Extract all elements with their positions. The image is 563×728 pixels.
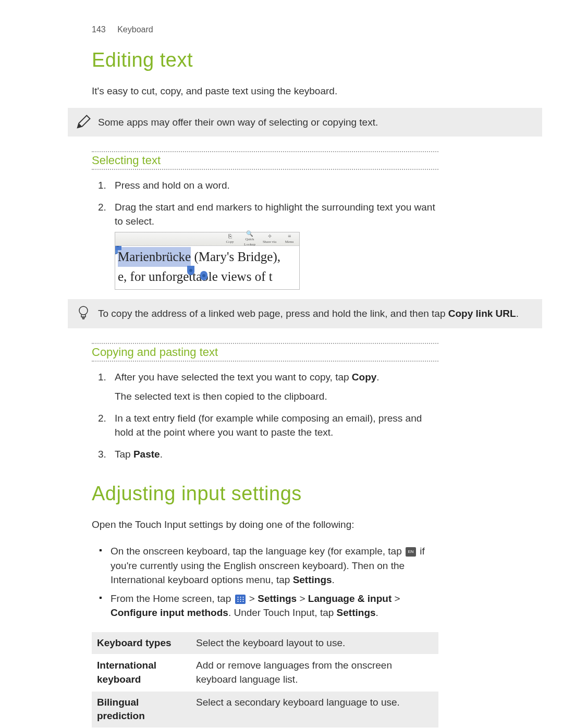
toolbar-copy: ⎘Copy: [220, 232, 240, 245]
bold-label: Settings: [258, 593, 297, 604]
pencil-icon: [74, 114, 93, 134]
selecting-steps: Press and hold on a word. Drag the start…: [92, 173, 436, 290]
bold-label: Settings: [337, 607, 376, 618]
list-item: Press and hold on a word.: [92, 178, 436, 193]
toolbar-share: ✧Share via: [260, 232, 279, 245]
chapter-name: Keyboard: [117, 25, 153, 34]
text-selection-screenshot: ⎘Copy 🔍Quick Lookup ✧Share via ≡Menu Mar…: [115, 232, 300, 290]
bullet-text: >: [247, 593, 258, 604]
setting-label: Bilingual prediction: [92, 691, 191, 727]
selection-end-handle-icon: [187, 266, 194, 275]
tip-bold: Copy link URL: [448, 308, 516, 319]
copy-paste-steps: After you have selected the text you wan…: [92, 365, 436, 462]
bold-label: Language & input: [308, 593, 391, 604]
step-text: In a text entry field (for example while…: [115, 413, 422, 438]
step-subtext: The selected text is then copied to the …: [115, 389, 436, 404]
bullet-text: On the onscreen keyboard, tap the langua…: [111, 546, 405, 557]
section-title-editing: Editing text: [0, 49, 563, 71]
toolbar-label: Copy: [226, 239, 234, 244]
intro-paragraph: Open the Touch Input settings by doing o…: [0, 517, 563, 532]
step-text: Drag the start and end markers to highli…: [115, 202, 435, 227]
note-box: Some apps may offer their own way of sel…: [68, 108, 542, 137]
screenshot-toolbar: ⎘Copy 🔍Quick Lookup ✧Share via ≡Menu: [115, 232, 299, 246]
tip-text: .: [516, 308, 519, 319]
list-item: On the onscreen keyboard, tap the langua…: [92, 544, 436, 587]
tip-text: To copy the address of a linked web page…: [98, 308, 448, 319]
setting-description: Select a secondary keyboard language to …: [191, 691, 438, 727]
lookup-icon: 🔍: [246, 231, 253, 237]
list-item: Tap Paste.: [92, 447, 436, 462]
screenshot-body: Marienbrücke (Mary's Bridge), e, for unf…: [115, 246, 299, 290]
page-header: 143 Keyboard: [0, 25, 563, 34]
bold-label: Paste: [133, 449, 160, 460]
svg-point-0: [79, 306, 88, 315]
bullet-text: >: [391, 593, 400, 604]
selection-handle-icon: [200, 271, 207, 280]
setting-description: Select the keyboard layout to use.: [191, 632, 438, 655]
toolbar-label: Menu: [285, 239, 293, 244]
bullet-text: .: [332, 574, 335, 585]
list-item: After you have selected the text you wan…: [92, 370, 436, 404]
screenshot-text: (Mary's Bridge),: [191, 250, 280, 264]
screenshot-text: e, for unforgettable views of t: [118, 269, 273, 283]
bullet-text: >: [297, 593, 308, 604]
table-row: Bilingual prediction Select a secondary …: [92, 691, 438, 727]
list-item: In a text entry field (for example while…: [92, 411, 436, 440]
language-key-icon: EN: [406, 547, 416, 557]
step-text: Tap: [115, 449, 133, 460]
bold-label: Configure input methods: [111, 607, 228, 618]
document-page: 143 Keyboard Editing text It's easy to c…: [0, 0, 563, 727]
intro-paragraph: It's easy to cut, copy, and paste text u…: [0, 84, 563, 98]
bullet-text: .: [376, 607, 378, 618]
subsection-copy-paste: Copying and pasting text: [92, 343, 438, 362]
toolbar-menu: ≡Menu: [279, 232, 299, 245]
selected-text: Marienbrücke: [118, 247, 191, 267]
list-item: Drag the start and end markers to highli…: [92, 200, 436, 290]
page-number: 143: [92, 25, 106, 34]
toolbar-lookup: 🔍Quick Lookup: [240, 232, 260, 245]
subsection-selecting-text: Selecting text: [92, 151, 438, 170]
note-text: Some apps may offer their own way of sel…: [98, 117, 378, 128]
highlighted-word: Marienbrücke: [118, 250, 191, 264]
list-item: From the Home screen, tap > Settings > L…: [92, 591, 436, 620]
section-title-input-settings: Adjusting input settings: [0, 483, 563, 505]
share-icon: ✧: [267, 233, 272, 239]
toolbar-label: Share via: [263, 239, 276, 244]
step-text: After you have selected the text you wan…: [115, 372, 352, 382]
bullet-text: . Under Touch Input, tap: [228, 607, 337, 618]
lightbulb-icon: [74, 305, 93, 325]
setting-label: Keyboard types: [92, 632, 191, 655]
step-text: Press and hold on a word.: [115, 180, 230, 191]
bullet-text: From the Home screen, tap: [111, 593, 234, 604]
step-text: .: [160, 449, 163, 460]
bold-label: Settings: [293, 574, 332, 585]
copy-icon: ⎘: [228, 233, 232, 239]
table-row: Keyboard types Select the keyboard layou…: [92, 632, 438, 655]
selection-start-handle-icon: [115, 246, 121, 250]
all-apps-icon: [235, 595, 246, 604]
menu-icon: ≡: [288, 233, 291, 239]
tip-box: To copy the address of a linked web page…: [68, 299, 542, 328]
step-text: .: [376, 372, 379, 382]
bold-label: Copy: [352, 372, 377, 382]
table-row: International keyboard Add or remove lan…: [92, 655, 438, 691]
settings-open-methods: On the onscreen keyboard, tap the langua…: [92, 541, 436, 620]
setting-description: Add or remove languages from the onscree…: [191, 655, 438, 691]
setting-label: International keyboard: [92, 655, 191, 691]
settings-table: Keyboard types Select the keyboard layou…: [92, 632, 438, 727]
